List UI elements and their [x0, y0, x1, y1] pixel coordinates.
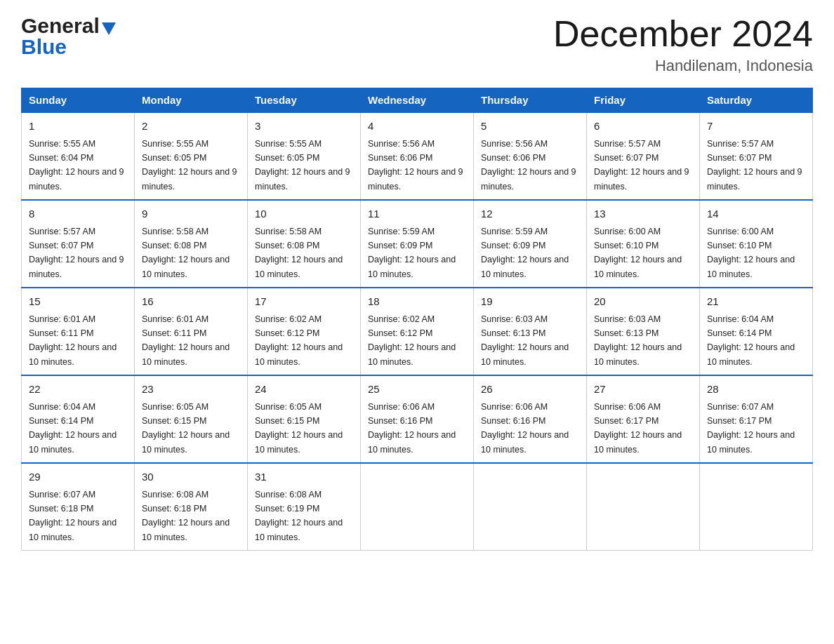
calendar-subtitle: Handilenam, Indonesia [553, 57, 813, 75]
calendar-cell: 15Sunrise: 6:01 AMSunset: 6:11 PMDayligh… [22, 288, 135, 375]
day-info: Sunrise: 6:00 AMSunset: 6:10 PMDaylight:… [707, 227, 795, 279]
day-number: 25 [368, 382, 466, 398]
calendar-cell: 12Sunrise: 5:59 AMSunset: 6:09 PMDayligh… [474, 200, 587, 288]
calendar-cell: 20Sunrise: 6:03 AMSunset: 6:13 PMDayligh… [587, 288, 700, 375]
calendar-cell: 14Sunrise: 6:00 AMSunset: 6:10 PMDayligh… [700, 200, 813, 288]
day-number: 3 [255, 119, 353, 135]
calendar-cell: 3Sunrise: 5:55 AMSunset: 6:05 PMDaylight… [248, 112, 361, 200]
calendar-cell: 18Sunrise: 6:02 AMSunset: 6:12 PMDayligh… [361, 288, 474, 375]
day-number: 11 [368, 206, 466, 222]
day-info: Sunrise: 6:04 AMSunset: 6:14 PMDaylight:… [29, 402, 117, 455]
header-wednesday: Wednesday [361, 88, 474, 113]
day-info: Sunrise: 6:03 AMSunset: 6:13 PMDaylight:… [594, 314, 682, 367]
header-monday: Monday [135, 88, 248, 113]
day-info: Sunrise: 5:58 AMSunset: 6:08 PMDaylight:… [142, 227, 230, 279]
logo-triangle-icon [102, 22, 116, 35]
day-number: 23 [142, 382, 240, 398]
day-number: 24 [255, 382, 353, 398]
calendar-week-4: 22Sunrise: 6:04 AMSunset: 6:14 PMDayligh… [22, 375, 813, 463]
calendar-week-1: 1Sunrise: 5:55 AMSunset: 6:04 PMDaylight… [22, 112, 813, 200]
day-number: 6 [594, 119, 692, 135]
header-friday: Friday [587, 88, 700, 113]
calendar-cell: 4Sunrise: 5:56 AMSunset: 6:06 PMDaylight… [361, 112, 474, 200]
calendar-cell [361, 463, 474, 551]
day-info: Sunrise: 6:02 AMSunset: 6:12 PMDaylight:… [255, 314, 343, 367]
header-sunday: Sunday [22, 88, 135, 113]
calendar-cell: 30Sunrise: 6:08 AMSunset: 6:18 PMDayligh… [135, 463, 248, 551]
calendar-cell: 13Sunrise: 6:00 AMSunset: 6:10 PMDayligh… [587, 200, 700, 288]
day-number: 12 [481, 206, 579, 222]
day-number: 29 [29, 469, 127, 485]
day-info: Sunrise: 6:07 AMSunset: 6:17 PMDaylight:… [707, 402, 795, 455]
day-number: 21 [707, 294, 805, 310]
calendar-week-3: 15Sunrise: 6:01 AMSunset: 6:11 PMDayligh… [22, 288, 813, 375]
page-header: General Blue December 2024 Handilenam, I… [21, 14, 813, 75]
day-info: Sunrise: 5:55 AMSunset: 6:04 PMDaylight:… [29, 139, 124, 192]
calendar-cell: 17Sunrise: 6:02 AMSunset: 6:12 PMDayligh… [248, 288, 361, 375]
header-thursday: Thursday [474, 88, 587, 113]
day-number: 19 [481, 294, 579, 310]
calendar-cell: 11Sunrise: 5:59 AMSunset: 6:09 PMDayligh… [361, 200, 474, 288]
day-info: Sunrise: 5:55 AMSunset: 6:05 PMDaylight:… [142, 139, 237, 192]
day-number: 14 [707, 206, 805, 222]
day-info: Sunrise: 6:08 AMSunset: 6:18 PMDaylight:… [142, 490, 230, 542]
header-saturday: Saturday [700, 88, 813, 113]
day-info: Sunrise: 6:01 AMSunset: 6:11 PMDaylight:… [29, 314, 117, 367]
day-info: Sunrise: 5:56 AMSunset: 6:06 PMDaylight:… [368, 139, 463, 192]
day-info: Sunrise: 6:06 AMSunset: 6:16 PMDaylight:… [481, 402, 569, 455]
day-info: Sunrise: 6:01 AMSunset: 6:11 PMDaylight:… [142, 314, 230, 367]
logo-general: General [21, 14, 100, 38]
calendar-cell: 31Sunrise: 6:08 AMSunset: 6:19 PMDayligh… [248, 463, 361, 551]
calendar-cell: 1Sunrise: 5:55 AMSunset: 6:04 PMDaylight… [22, 112, 135, 200]
calendar-cell [700, 463, 813, 551]
calendar-body: 1Sunrise: 5:55 AMSunset: 6:04 PMDaylight… [22, 112, 813, 551]
day-number: 9 [142, 206, 240, 222]
calendar-table: SundayMondayTuesdayWednesdayThursdayFrid… [21, 88, 813, 551]
calendar-cell: 19Sunrise: 6:03 AMSunset: 6:13 PMDayligh… [474, 288, 587, 375]
day-number: 13 [594, 206, 692, 222]
day-number: 18 [368, 294, 466, 310]
day-number: 26 [481, 382, 579, 398]
day-info: Sunrise: 5:56 AMSunset: 6:06 PMDaylight:… [481, 139, 576, 192]
day-number: 28 [707, 382, 805, 398]
day-number: 2 [142, 119, 240, 135]
day-number: 27 [594, 382, 692, 398]
header-tuesday: Tuesday [248, 88, 361, 113]
calendar-cell: 9Sunrise: 5:58 AMSunset: 6:08 PMDaylight… [135, 200, 248, 288]
day-number: 5 [481, 119, 579, 135]
day-number: 20 [594, 294, 692, 310]
day-number: 15 [29, 294, 127, 310]
day-info: Sunrise: 5:59 AMSunset: 6:09 PMDaylight:… [368, 227, 456, 279]
calendar-week-2: 8Sunrise: 5:57 AMSunset: 6:07 PMDaylight… [22, 200, 813, 288]
day-info: Sunrise: 6:07 AMSunset: 6:18 PMDaylight:… [29, 490, 117, 542]
calendar-header-row: SundayMondayTuesdayWednesdayThursdayFrid… [22, 88, 813, 113]
calendar-cell: 7Sunrise: 5:57 AMSunset: 6:07 PMDaylight… [700, 112, 813, 200]
day-info: Sunrise: 5:55 AMSunset: 6:05 PMDaylight:… [255, 139, 350, 192]
day-info: Sunrise: 5:57 AMSunset: 6:07 PMDaylight:… [594, 139, 689, 192]
calendar-cell: 29Sunrise: 6:07 AMSunset: 6:18 PMDayligh… [22, 463, 135, 551]
calendar-cell: 28Sunrise: 6:07 AMSunset: 6:17 PMDayligh… [700, 375, 813, 463]
day-info: Sunrise: 6:05 AMSunset: 6:15 PMDaylight:… [142, 402, 230, 455]
day-info: Sunrise: 5:58 AMSunset: 6:08 PMDaylight:… [255, 227, 343, 279]
day-number: 10 [255, 206, 353, 222]
calendar-cell: 16Sunrise: 6:01 AMSunset: 6:11 PMDayligh… [135, 288, 248, 375]
day-info: Sunrise: 5:57 AMSunset: 6:07 PMDaylight:… [29, 227, 124, 279]
day-number: 17 [255, 294, 353, 310]
day-info: Sunrise: 6:02 AMSunset: 6:12 PMDaylight:… [368, 314, 456, 367]
day-info: Sunrise: 6:04 AMSunset: 6:14 PMDaylight:… [707, 314, 795, 367]
logo: General Blue [21, 14, 116, 58]
calendar-cell: 22Sunrise: 6:04 AMSunset: 6:14 PMDayligh… [22, 375, 135, 463]
day-number: 1 [29, 119, 127, 135]
calendar-cell [587, 463, 700, 551]
calendar-title: December 2024 [553, 14, 813, 54]
calendar-cell: 8Sunrise: 5:57 AMSunset: 6:07 PMDaylight… [22, 200, 135, 288]
calendar-cell: 21Sunrise: 6:04 AMSunset: 6:14 PMDayligh… [700, 288, 813, 375]
day-info: Sunrise: 6:05 AMSunset: 6:15 PMDaylight:… [255, 402, 343, 455]
title-block: December 2024 Handilenam, Indonesia [553, 14, 813, 75]
day-info: Sunrise: 5:59 AMSunset: 6:09 PMDaylight:… [481, 227, 569, 279]
calendar-cell: 6Sunrise: 5:57 AMSunset: 6:07 PMDaylight… [587, 112, 700, 200]
calendar-cell: 10Sunrise: 5:58 AMSunset: 6:08 PMDayligh… [248, 200, 361, 288]
calendar-week-5: 29Sunrise: 6:07 AMSunset: 6:18 PMDayligh… [22, 463, 813, 551]
logo-blue: Blue [21, 36, 67, 58]
day-number: 4 [368, 119, 466, 135]
